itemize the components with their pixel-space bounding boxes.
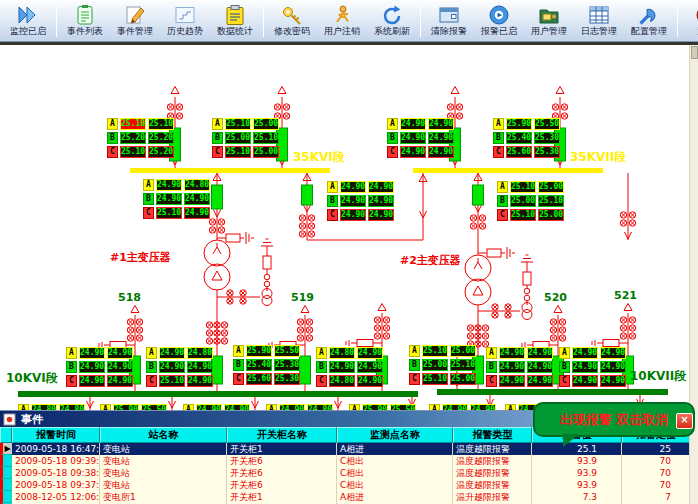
- feeder-label-519: 519: [291, 291, 314, 304]
- system-refresh-icon: [381, 4, 403, 26]
- meter-value: 25.30: [274, 359, 300, 371]
- meter-value: 24.90: [527, 347, 553, 359]
- meter-value: 25.10: [538, 195, 564, 207]
- scrollbar-thumb[interactable]: [691, 46, 698, 59]
- meter-value: 24.90: [187, 361, 213, 373]
- meter-value: 25.50: [274, 345, 300, 357]
- meter-value: 25.10: [422, 373, 448, 385]
- event-cell-setpoint: 70: [622, 467, 690, 479]
- toolbar-separator: [420, 5, 421, 37]
- event-manage-icon: [124, 4, 146, 26]
- phase-row-C: C25.1025.00: [497, 209, 564, 221]
- meter-box: A25.1025.00B25.0025.10C25.1025.00: [497, 181, 564, 223]
- toolbar-button-change-password[interactable]: 修改密码: [267, 1, 317, 40]
- event-cell-point: C相出: [337, 467, 453, 479]
- toolbar-button-label: 监控已启: [10, 26, 46, 37]
- breaker-icon[interactable]: [300, 356, 311, 384]
- feeder-label-521: 521: [614, 289, 637, 302]
- meter-value: 24.90: [357, 375, 383, 387]
- event-cell-type: 温度越限报警: [453, 455, 532, 467]
- event-row[interactable]: 2009-05-18 09:38:29变电站开关柜6C相出温度越限报警93.97…: [0, 467, 690, 479]
- toolbar-button-monitor-running[interactable]: 监控已启: [3, 1, 53, 40]
- toolbar: 监控已启事件列表事件管理历史趋势数据统计修改密码用户注销系统刷新清除报警报警已启…: [0, 0, 698, 42]
- phase-label: C: [497, 209, 508, 221]
- toolbar-button-label: 数据统计: [217, 26, 253, 37]
- toolbar-button-history-trend[interactable]: 历史趋势: [160, 1, 210, 40]
- toolbar-button-clear-alarm[interactable]: 清除报警: [424, 1, 474, 40]
- alarm-popup[interactable]: 出现报警 双击取消: [533, 402, 695, 437]
- meter-value: 24.90: [357, 361, 383, 373]
- meter-value: 25.00: [538, 209, 564, 221]
- toolbar-button-user-logout[interactable]: 用户注销: [317, 1, 367, 40]
- toolbar-button-config-manage[interactable]: 配置管理: [624, 1, 674, 40]
- event-cell-value: 7.3: [532, 491, 622, 503]
- meter-value: 24.90: [428, 118, 454, 130]
- phase-row-B: B25.2025.20: [107, 132, 174, 144]
- meter-value: 24.90: [400, 118, 426, 130]
- meter-value: 25.90: [506, 118, 532, 130]
- phase-row-B: B24.9024.90: [327, 195, 394, 207]
- toolbar-button-log-manage[interactable]: 日志管理: [574, 1, 624, 40]
- meter-value: 24.90: [79, 361, 105, 373]
- event-row[interactable]: 2008-12-05 12:06:43变电所1开关柜1A相进温升越限报警7.37: [0, 491, 690, 503]
- meter-value: 24.90: [499, 347, 525, 359]
- phase-row-A: A25.1025.00: [409, 345, 476, 357]
- busbar-10kv-1: [18, 391, 418, 397]
- meter-value: 24.90: [572, 361, 598, 373]
- toolbar-button-system-refresh[interactable]: 系统刷新: [367, 1, 417, 40]
- meter-value: 25.10: [156, 207, 182, 219]
- toolbar-separator: [677, 5, 678, 37]
- phase-label: A: [387, 118, 398, 130]
- toolbar-button-data-stats[interactable]: 数据统计: [210, 1, 260, 40]
- toolbar-button-user-manage[interactable]: 用户管理: [524, 1, 574, 40]
- meter-value: 25.40: [246, 359, 272, 371]
- feeder-label-518: 518: [118, 291, 141, 304]
- phase-row-B: B24.9024.90: [66, 361, 133, 373]
- header-cell-indicator: [0, 427, 12, 443]
- phase-label: B: [409, 359, 420, 371]
- event-row[interactable]: ▶2009-05-18 16:47:13变电站开关柜1A相进温度越限报警25.1…: [0, 443, 690, 455]
- event-list-icon: [74, 4, 96, 26]
- phase-row-B: B25.0025.10: [409, 359, 476, 371]
- meter-value: 25.10: [148, 118, 174, 130]
- row-indicator: [0, 479, 12, 491]
- phase-row-A: A24.9024.90: [559, 347, 626, 359]
- toolbar-button-label: 清除报警: [431, 26, 467, 37]
- breaker-icon[interactable]: [302, 185, 313, 205]
- event-row[interactable]: 2009-05-18 09:39:00变电站开关柜6C相出温度越限报警93.97…: [0, 455, 690, 467]
- event-cell-station: 变电站: [100, 443, 227, 455]
- phase-label: A: [409, 345, 420, 357]
- event-cell-type: 温度越限报警: [453, 443, 532, 455]
- close-icon[interactable]: ×: [676, 413, 693, 429]
- phase-row-A: A25.1025.10: [107, 118, 174, 130]
- meter-value: 24.90: [527, 375, 553, 387]
- meter-value: 24.90: [107, 361, 133, 373]
- meter-value: 24.90: [159, 347, 185, 359]
- phase-label: A: [212, 118, 223, 130]
- toolbar-button-event-manage[interactable]: 事件管理: [110, 1, 160, 40]
- breaker-icon[interactable]: [473, 185, 484, 205]
- meter-value: 24.90: [357, 347, 383, 359]
- toolbar-button-alarm-running[interactable]: 报警已启: [474, 1, 524, 40]
- phase-label: A: [486, 347, 497, 359]
- meter-value: 25.10: [510, 209, 536, 221]
- meter-box: A24.9024.90B24.9024.90C24.9024.90: [486, 347, 553, 389]
- row-indicator: [0, 467, 12, 479]
- meter-value: 25.00: [450, 345, 476, 357]
- event-cell-time: 2009-05-18 16:47:13: [12, 443, 100, 455]
- event-row[interactable]: 2009-05-18 09:37:11变电站开关柜6C相出温度越限报警93.97…: [0, 479, 690, 491]
- row-indicator: ▶: [0, 443, 12, 455]
- breaker-icon[interactable]: [212, 185, 223, 209]
- event-cell-point: C相出: [337, 479, 453, 491]
- toolbar-button-event-list[interactable]: 事件列表: [60, 1, 110, 40]
- meter-value: 25.10: [225, 118, 251, 130]
- event-cell-value: 93.9: [532, 455, 622, 467]
- busbar-10kv-2: [437, 389, 668, 395]
- phase-label: B: [66, 361, 77, 373]
- toolbar-button-exit[interactable]: 退出: [681, 1, 698, 40]
- meter-value: 24.90: [107, 375, 133, 387]
- phase-label: B: [146, 361, 157, 373]
- phase-label: C: [486, 375, 497, 387]
- event-cell-setpoint: 25: [622, 443, 690, 455]
- breaker-icon[interactable]: [212, 356, 223, 384]
